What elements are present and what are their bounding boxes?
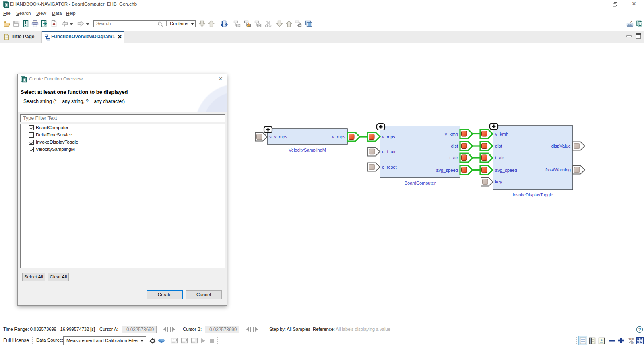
svg-text:avg_speed: avg_speed (495, 168, 517, 173)
svg-text:t_air: t_air (449, 155, 458, 160)
svg-text:frostWarning: frostWarning (545, 167, 571, 172)
svg-text:t_air: t_air (495, 155, 504, 160)
svg-text:dist: dist (451, 144, 458, 148)
svg-text:A: A (247, 22, 251, 28)
svg-text:BoardComputer: BoardComputer (405, 181, 436, 185)
svg-text:avg_speed: avg_speed (436, 168, 458, 173)
svg-text:u_t_air: u_t_air (382, 149, 396, 154)
svg-text:key: key (495, 179, 502, 184)
svg-text:v_mps: v_mps (332, 134, 345, 139)
svg-text:v_kmh: v_kmh (495, 132, 508, 136)
svg-text:v_kmh: v_kmh (445, 132, 458, 136)
svg-text:c_reset: c_reset (382, 165, 397, 169)
svg-text:s_v_mps: s_v_mps (269, 134, 287, 139)
svg-text:VelocitySamplingM: VelocitySamplingM (289, 148, 326, 152)
svg-text:InvokeDisplayToggle: InvokeDisplayToggle (513, 192, 553, 197)
svg-text:?: ? (638, 327, 641, 332)
svg-text:dispValue: dispValue (551, 144, 571, 148)
svg-text:dist: dist (495, 144, 502, 148)
svg-text:v_mps: v_mps (382, 134, 395, 139)
